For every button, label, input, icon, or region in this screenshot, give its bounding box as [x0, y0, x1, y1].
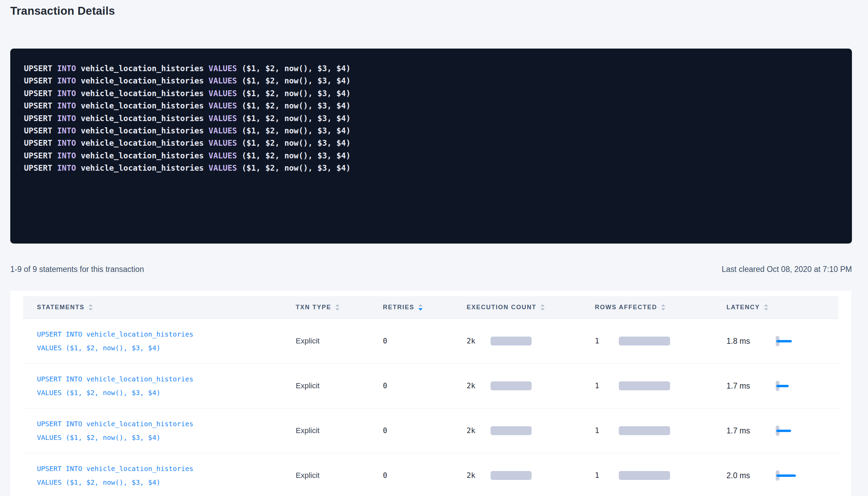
- sort-desc-active-icon: [418, 308, 423, 311]
- table-row: UPSERT INTO vehicle_location_historiesVA…: [23, 364, 838, 408]
- sql-table-name: vehicle_location_histories: [76, 64, 209, 73]
- sql-table-name: vehicle_location_histories: [76, 89, 209, 98]
- sort-arrows-icon[interactable]: [89, 304, 93, 311]
- sql-code-panel: UPSERT INTO vehicle_location_histories V…: [10, 49, 852, 244]
- execution-count-bar: [491, 337, 532, 345]
- sort-asc-icon: [418, 304, 423, 306]
- column-header-label: RETRIES: [383, 304, 414, 311]
- sort-desc-icon: [335, 308, 339, 311]
- sort-arrows-icon[interactable]: [540, 304, 545, 311]
- rows-affected-value: 1: [595, 427, 609, 435]
- sql-text: UPSERT: [24, 164, 57, 172]
- rows-affected-bar: [619, 471, 670, 480]
- sql-keyword-values: VALUES: [209, 89, 237, 98]
- execution-count-cell: 2k: [467, 337, 595, 345]
- sql-text: UPSERT: [24, 139, 57, 147]
- sql-text: UPSERT: [24, 64, 57, 73]
- statement-line1: UPSERT INTO vehicle_location_histories: [37, 375, 193, 383]
- statement-link[interactable]: UPSERT INTO vehicle_location_historiesVA…: [37, 417, 193, 444]
- sql-args: ($1, $2, now(), $3, $4): [237, 164, 350, 172]
- statements-table-card: STATEMENTS TXN TYPE RETRIES EXECUTION CO…: [10, 291, 851, 496]
- transaction-details-page: Transaction Details UPSERT INTO vehicle_…: [0, 0, 868, 496]
- latency-cell: 2.0 ms: [726, 470, 838, 481]
- sql-keyword-into: INTO: [57, 76, 76, 85]
- table-row: UPSERT INTO vehicle_location_historiesVA…: [23, 319, 838, 364]
- sort-desc-icon: [540, 308, 545, 311]
- latency-value: 1.7 ms: [726, 426, 758, 435]
- sort-arrows-icon[interactable]: [764, 304, 768, 311]
- sql-statement-line: UPSERT INTO vehicle_location_histories V…: [24, 137, 842, 149]
- table-row: UPSERT INTO vehicle_location_historiesVA…: [23, 408, 838, 453]
- column-header-label: LATENCY: [726, 304, 760, 311]
- sql-text: UPSERT: [24, 126, 57, 135]
- txn-type-cell: Explicit: [296, 471, 383, 480]
- execution-count-value: 2k: [467, 337, 480, 345]
- column-header-rows-affected[interactable]: ROWS AFFECTED: [595, 304, 726, 311]
- sql-keyword-values: VALUES: [209, 114, 237, 123]
- rows-affected-bar: [619, 337, 670, 345]
- column-header-statements[interactable]: STATEMENTS: [37, 304, 296, 311]
- sort-desc-icon: [661, 308, 665, 311]
- sql-keyword-into: INTO: [57, 139, 76, 147]
- sql-args: ($1, $2, now(), $3, $4): [237, 64, 350, 73]
- statement-cell: UPSERT INTO vehicle_location_historiesVA…: [37, 417, 296, 444]
- statement-line1: UPSERT INTO vehicle_location_histories: [37, 465, 193, 473]
- sql-statement-line: UPSERT INTO vehicle_location_histories V…: [24, 100, 842, 112]
- sql-statement-line: UPSERT INTO vehicle_location_histories V…: [24, 87, 842, 100]
- latency-value: 1.8 ms: [726, 337, 758, 346]
- last-cleared-text: Last cleared Oct 08, 2020 at 7:10 PM: [722, 264, 852, 274]
- sql-args: ($1, $2, now(), $3, $4): [237, 101, 350, 110]
- sort-desc-icon: [89, 308, 93, 311]
- sql-table-name: vehicle_location_histories: [76, 76, 209, 85]
- latency-value: 1.7 ms: [726, 381, 758, 391]
- sql-args: ($1, $2, now(), $3, $4): [237, 76, 350, 85]
- execution-count-cell: 2k: [467, 426, 595, 435]
- execution-count-value: 2k: [467, 427, 480, 435]
- column-header-retries[interactable]: RETRIES: [383, 304, 467, 311]
- column-header-txn-type[interactable]: TXN TYPE: [296, 304, 383, 311]
- latency-bar-chart: [776, 470, 796, 481]
- statement-cell: UPSERT INTO vehicle_location_historiesVA…: [37, 372, 296, 400]
- txn-type-cell: Explicit: [296, 337, 383, 345]
- sql-keyword-into: INTO: [57, 89, 76, 98]
- rows-affected-cell: 1: [595, 381, 726, 390]
- rows-affected-cell: 1: [595, 337, 726, 345]
- statement-link[interactable]: UPSERT INTO vehicle_location_historiesVA…: [37, 327, 193, 355]
- latency-bar: [776, 385, 789, 387]
- rows-affected-bar: [619, 426, 670, 435]
- statement-link[interactable]: UPSERT INTO vehicle_location_historiesVA…: [37, 462, 193, 489]
- column-header-execution-count[interactable]: EXECUTION COUNT: [467, 304, 595, 311]
- latency-bar: [776, 430, 791, 432]
- sort-arrows-icon[interactable]: [418, 304, 423, 311]
- statement-line1: UPSERT INTO vehicle_location_histories: [37, 420, 193, 428]
- table-header-row: STATEMENTS TXN TYPE RETRIES EXECUTION CO…: [23, 296, 838, 319]
- rows-affected-value: 1: [595, 337, 609, 345]
- sql-text: UPSERT: [24, 114, 57, 123]
- sort-arrows-icon[interactable]: [335, 304, 339, 311]
- sql-keyword-into: INTO: [57, 64, 76, 73]
- rows-affected-cell: 1: [595, 426, 726, 435]
- sql-keyword-values: VALUES: [209, 151, 237, 160]
- retries-cell: 0: [383, 427, 467, 435]
- sql-table-name: vehicle_location_histories: [76, 151, 209, 160]
- page-title: Transaction Details: [10, 4, 858, 18]
- sql-args: ($1, $2, now(), $3, $4): [237, 151, 350, 160]
- execution-count-cell: 2k: [467, 471, 595, 480]
- column-header-label: STATEMENTS: [37, 304, 84, 311]
- statement-line2: VALUES ($1, $2, now(), $3, $4): [37, 389, 160, 397]
- sql-statement-line: UPSERT INTO vehicle_location_histories V…: [24, 75, 842, 87]
- column-header-latency[interactable]: LATENCY: [726, 304, 838, 311]
- rows-affected-value: 1: [595, 471, 609, 480]
- table-row: UPSERT INTO vehicle_location_historiesVA…: [23, 453, 838, 496]
- sql-text: UPSERT: [24, 101, 57, 110]
- latency-cell: 1.7 ms: [726, 426, 838, 436]
- txn-type-cell: Explicit: [296, 426, 383, 435]
- sql-args: ($1, $2, now(), $3, $4): [237, 126, 350, 135]
- sort-arrows-icon[interactable]: [661, 304, 665, 311]
- sql-keyword-values: VALUES: [209, 164, 237, 172]
- latency-bar-chart: [776, 381, 789, 391]
- statement-link[interactable]: UPSERT INTO vehicle_location_historiesVA…: [37, 372, 193, 400]
- execution-count-bar: [491, 471, 532, 480]
- latency-bar: [776, 474, 796, 477]
- sql-text: UPSERT: [24, 151, 57, 160]
